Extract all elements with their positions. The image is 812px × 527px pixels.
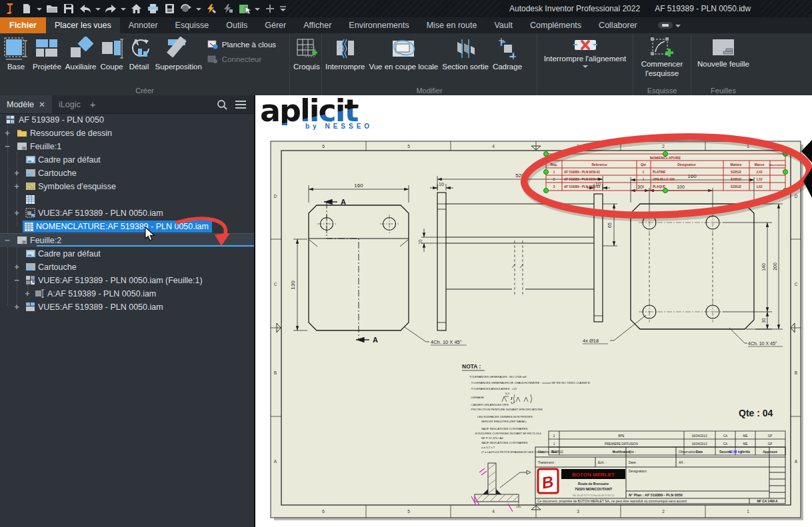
ribbon-display-button[interactable] <box>653 17 686 33</box>
tree-item-vue3[interactable]: VUE3:AF 519389 - PLN 0050.iam <box>0 207 254 220</box>
tree-item-cadre1[interactable]: Cadre par défaut <box>0 153 254 167</box>
drop-indicator-line <box>37 245 254 247</box>
tab-complements[interactable]: Compléments <box>521 17 590 33</box>
redo-icon[interactable] <box>103 1 118 16</box>
tab-environnements[interactable]: Environnements <box>340 17 417 33</box>
interrompre-button[interactable]: Interrompre <box>323 35 367 73</box>
tree-item-vue5[interactable]: VUE5:AF 519389 - PLN 0050.iam <box>0 300 254 314</box>
collapse-icon[interactable] <box>13 274 20 287</box>
save-icon[interactable] <box>61 1 76 16</box>
tab-esquisse[interactable]: Esquisse <box>167 17 218 33</box>
detail-button[interactable]: A Détail <box>125 35 153 73</box>
matiere-label: Matière : S235J2 <box>538 450 563 454</box>
auxiliaire-button[interactable]: Auxiliaire <box>63 35 99 73</box>
select-box-icon[interactable] <box>237 1 252 16</box>
panel-esquisse: Commencer l'esquisse Esquisse <box>633 33 691 95</box>
svg-text:16/04/2013: 16/04/2013 <box>692 434 707 438</box>
commencer-esquisse-button[interactable]: Commencer l'esquisse <box>639 35 685 79</box>
orbit-caret-icon[interactable] <box>195 1 202 16</box>
drawing-canvas[interactable]: aplicit by NESSEO <box>255 95 812 527</box>
print-icon[interactable] <box>145 1 160 16</box>
panel-esquisse-label[interactable]: Esquisse <box>633 87 691 95</box>
collapse-icon[interactable] <box>4 234 11 247</box>
view-icon <box>25 302 35 312</box>
projetee-button[interactable]: Projetée <box>31 35 63 73</box>
tree-item-section-a[interactable]: A:AF 519389 - PLN 0050.iam <box>0 287 254 300</box>
tree-item-nomenclature[interactable]: NOMENCLATURE:AF 519389 - PLN 0050.iam <box>0 220 254 233</box>
open-folder-icon[interactable] <box>45 1 59 16</box>
nouvelle-feuille-button[interactable]: Nouvelle feuille <box>695 35 751 70</box>
close-icon[interactable]: ✕ <box>39 100 45 109</box>
tree-item-cadre2[interactable]: Cadre par défaut <box>0 247 254 261</box>
tab-ilogic[interactable]: iLogic <box>52 100 87 109</box>
expand-icon[interactable] <box>13 167 20 180</box>
tree-item-cartouche1[interactable]: Cartouche <box>0 167 254 180</box>
tree-item-table[interactable] <box>0 193 254 207</box>
tab-vault[interactable]: Vault <box>485 17 521 33</box>
expand-icon[interactable] <box>13 261 20 274</box>
search-icon[interactable] <box>217 99 227 110</box>
trigger-bolt-icon[interactable] <box>221 1 235 16</box>
new-file-icon[interactable] <box>19 1 34 16</box>
section-sortie-button[interactable]: Section sortie <box>440 35 491 73</box>
croquis-button[interactable]: Croquis <box>291 35 322 73</box>
tree-item-vue6[interactable]: VUE6:AF 519389 - PLN 0050.iam (Feuille:1… <box>0 274 254 287</box>
company-name: BOTON MERLET <box>572 472 615 478</box>
expand-icon[interactable] <box>24 287 31 300</box>
svg-text:Route de Bressuire: Route de Bressuire <box>578 482 609 486</box>
planche-a-clous-button[interactable]: Planche à clous <box>207 39 276 50</box>
tab-placer-les-vues[interactable]: Placer les vues <box>46 17 120 33</box>
panel-creer: Base Projetée Auxiliaire <box>0 33 290 95</box>
tab-fichier[interactable]: Fichier <box>0 17 46 33</box>
collapse-icon[interactable] <box>4 140 11 153</box>
orbit-icon[interactable] <box>179 1 193 16</box>
dim-label: 130 <box>290 280 296 290</box>
measure-icon[interactable] <box>162 1 177 16</box>
tree-item-ressources[interactable]: Ressources de dessin <box>0 127 254 140</box>
tab-modele[interactable]: Modèle ✕ <box>0 95 52 113</box>
tab-outils[interactable]: Outils <box>217 17 256 33</box>
cadrage-button[interactable]: Cadrage <box>491 35 524 73</box>
chamfer-note: 4Ch. 10 X 45° <box>431 339 462 345</box>
coupe-button[interactable]: Coupe <box>99 35 125 73</box>
undo-icon[interactable] <box>78 1 93 16</box>
tab-gerer[interactable]: Gérer <box>256 17 295 33</box>
tree-item-symboles[interactable]: Symboles d'esquisse <box>0 180 254 193</box>
expand-icon[interactable] <box>13 180 20 193</box>
tree-item-label: NOMENCLATURE:AF 519389 - PLN 0050.iam <box>36 221 210 233</box>
drawing-sheet[interactable]: 65 43 21 65 43 21 DC BA DC BA <box>270 141 803 520</box>
redo-caret-icon[interactable] <box>120 1 127 16</box>
base-view-button[interactable]: Base <box>1 35 31 73</box>
interrompre-alignement-button[interactable]: Interrompre l'alignement <box>542 35 629 69</box>
inventor-logo-icon[interactable] <box>3 1 17 16</box>
tab-collaborer[interactable]: Collaborer <box>590 17 646 33</box>
new-file-caret-icon[interactable] <box>36 1 43 16</box>
expand-icon[interactable] <box>4 127 11 140</box>
tree-item-cartouche2[interactable]: Cartouche <box>0 261 254 274</box>
select-caret-icon[interactable] <box>254 1 261 16</box>
tab-annoter[interactable]: Annoter <box>120 17 167 33</box>
add-browser-tab-icon[interactable] <box>87 99 99 110</box>
svg-text:3: 3 <box>577 144 579 149</box>
svg-text:GP: GP <box>768 442 773 446</box>
expand-icon[interactable] <box>13 207 20 220</box>
home-icon[interactable] <box>129 1 143 16</box>
tree-item-feuille1[interactable]: Feuille:1 <box>0 140 254 153</box>
superposition-button[interactable]: Superposition <box>153 35 204 73</box>
expand-icon[interactable] <box>13 300 20 314</box>
interrompre-alignement-caret-icon[interactable] <box>583 65 588 68</box>
svg-text:UPN 80 LG 100: UPN 80 LG 100 <box>653 178 675 181</box>
vue-en-coupe-locale-button[interactable]: Vue en coupe locale <box>367 35 440 73</box>
panel-modifier-label[interactable]: Modifier <box>322 87 537 95</box>
add-command-icon[interactable] <box>263 1 277 16</box>
browser-menu-icon[interactable] <box>235 101 246 109</box>
svg-text:1: 1 <box>553 442 555 446</box>
undo-caret-icon[interactable] <box>95 1 101 16</box>
qat-overflow-caret-icon[interactable] <box>279 1 286 16</box>
tree-item-root[interactable]: AF 519389 - PLN 0050 <box>0 113 254 127</box>
panel-feuilles-label[interactable]: Feuilles <box>691 87 755 95</box>
tab-mise-en-route[interactable]: Mise en route <box>418 17 486 33</box>
panel-creer-label[interactable]: Créer <box>0 87 289 95</box>
tab-afficher[interactable]: Afficher <box>295 17 340 33</box>
ilogic-bolt-icon[interactable] <box>204 1 219 16</box>
